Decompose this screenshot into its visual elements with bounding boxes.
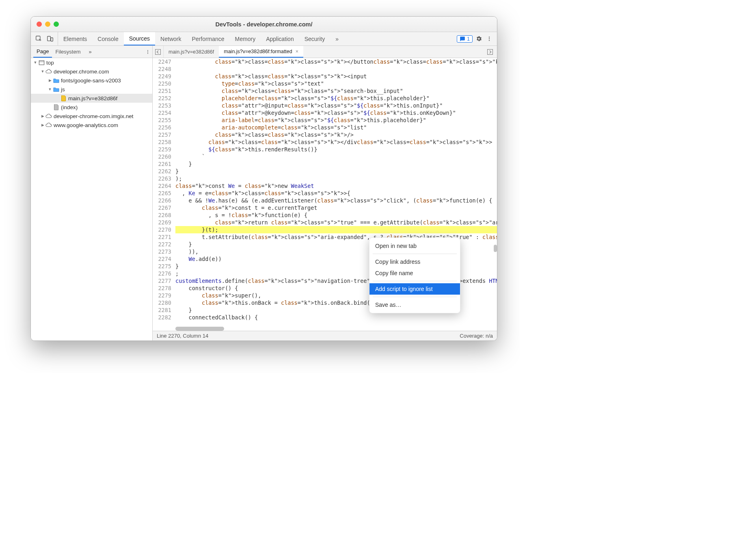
line-number[interactable]: 2267: [153, 204, 171, 211]
line-number[interactable]: 2248: [153, 65, 171, 73]
line-number[interactable]: 2250: [153, 80, 171, 87]
code-line[interactable]: }(t);: [175, 226, 497, 233]
navigator-more-button[interactable]: »: [86, 46, 95, 58]
code-line[interactable]: connectedCallback() {: [175, 314, 497, 321]
code-line[interactable]: aria-autocomplete=class="k">class="s">"l…: [175, 124, 497, 131]
code-line[interactable]: e && !We.has(e) && (e.addEventListener(c…: [175, 197, 497, 204]
context-menu-item[interactable]: Add script to ignore list: [369, 283, 460, 295]
chevron-down-icon[interactable]: ▼: [33, 60, 37, 65]
chevron-right-icon[interactable]: ▶: [41, 123, 45, 127]
kebab-menu-icon[interactable]: [485, 34, 494, 43]
code-line[interactable]: class="k">return class="k">class="s">"tr…: [175, 219, 497, 226]
code-line[interactable]: type=class="k">class="s">"text": [175, 80, 497, 87]
file-tab[interactable]: main.js?v=e382d86f: [164, 46, 219, 58]
line-number[interactable]: 2252: [153, 95, 171, 102]
tree-item[interactable]: ▶fonts/google-sans-v2003: [31, 76, 152, 85]
navigator-kebab-icon[interactable]: [143, 47, 152, 56]
editor-scrollbar-horizontal[interactable]: [175, 327, 492, 331]
line-number[interactable]: 2279: [153, 292, 171, 299]
code-line[interactable]: ${class="k">this.renderResults()}: [175, 146, 497, 153]
code-line[interactable]: placeholder=class="k">class="s">"${class…: [175, 95, 497, 102]
code-line[interactable]: aria-label=class="k">class="s">"${class=…: [175, 116, 497, 124]
file-tree[interactable]: ▼top▼developer.chrome.com▶fonts/google-s…: [31, 58, 153, 340]
code-line[interactable]: [175, 65, 497, 73]
tree-item[interactable]: ▼top: [31, 58, 152, 67]
line-number[interactable]: 2254: [153, 109, 171, 116]
code-line[interactable]: `: [175, 153, 497, 160]
settings-icon[interactable]: [474, 34, 483, 43]
line-number[interactable]: 2269: [153, 219, 171, 226]
show-debugger-icon[interactable]: [486, 47, 495, 56]
line-number[interactable]: 2270: [153, 226, 171, 233]
line-number[interactable]: 2257: [153, 131, 171, 138]
line-number[interactable]: 2256: [153, 124, 171, 131]
context-menu-item[interactable]: Open in new tab: [369, 240, 460, 252]
line-number[interactable]: 2282: [153, 314, 171, 321]
panel-tab-performance[interactable]: Performance: [186, 32, 229, 45]
panel-tab-elements[interactable]: Elements: [58, 32, 92, 45]
line-number[interactable]: 2268: [153, 211, 171, 219]
line-number[interactable]: 2273: [153, 248, 171, 255]
chevron-down-icon[interactable]: ▼: [41, 69, 45, 73]
code-line[interactable]: class="k">class=class="k">class="s">"k">…: [175, 58, 497, 65]
line-number[interactable]: 2263: [153, 175, 171, 182]
code-line[interactable]: , s = !class="k">function(e) {: [175, 211, 497, 219]
context-menu-item[interactable]: Copy link address: [369, 256, 460, 267]
context-menu[interactable]: Open in new tabCopy link addressCopy fil…: [369, 237, 460, 313]
line-number[interactable]: 2255: [153, 116, 171, 124]
inspect-element-icon[interactable]: [34, 34, 43, 43]
close-icon[interactable]: ×: [296, 49, 298, 54]
line-number[interactable]: 2264: [153, 182, 171, 190]
line-number[interactable]: 2277: [153, 277, 171, 284]
panel-tab-memory[interactable]: Memory: [230, 32, 261, 45]
panel-tab-sources[interactable]: Sources: [124, 32, 155, 45]
chevron-right-icon[interactable]: ▶: [41, 114, 45, 118]
panel-tab-console[interactable]: Console: [92, 32, 123, 45]
code-line[interactable]: class="k">const We = class="k">new WeakS…: [175, 182, 497, 190]
panel-tab-network[interactable]: Network: [155, 32, 186, 45]
more-tabs-button[interactable]: »: [330, 32, 344, 45]
code-line[interactable]: );: [175, 175, 497, 182]
line-number[interactable]: 2271: [153, 233, 171, 241]
line-number[interactable]: 2272: [153, 241, 171, 248]
panel-tab-application[interactable]: Application: [261, 32, 299, 45]
line-number[interactable]: 2276: [153, 270, 171, 277]
panel-tab-security[interactable]: Security: [299, 32, 330, 45]
navigator-tab-page[interactable]: Page: [33, 46, 52, 58]
line-number[interactable]: 2261: [153, 160, 171, 168]
line-number[interactable]: 2274: [153, 255, 171, 263]
line-number[interactable]: 2258: [153, 138, 171, 146]
tree-item[interactable]: (index): [31, 103, 152, 112]
line-number[interactable]: 2249: [153, 73, 171, 80]
nav-back-icon[interactable]: [153, 47, 162, 56]
code-line[interactable]: class="attr">@keydown=class="k">class="s…: [175, 109, 497, 116]
context-menu-item[interactable]: Copy file name: [369, 267, 460, 279]
line-number[interactable]: 2259: [153, 146, 171, 153]
code-line[interactable]: class="k">class=class="k">class="s">"k">…: [175, 73, 497, 80]
code-line[interactable]: class="attr">@input=class="k">class="s">…: [175, 102, 497, 109]
context-menu-item[interactable]: Save as…: [369, 299, 460, 310]
line-number[interactable]: 2262: [153, 168, 171, 175]
line-number[interactable]: 2281: [153, 306, 171, 314]
line-number[interactable]: 2253: [153, 102, 171, 109]
file-tab[interactable]: main.js?v=e382d86f:formatted×: [219, 46, 303, 58]
tree-item[interactable]: ▼js: [31, 85, 152, 94]
line-number[interactable]: 2275: [153, 263, 171, 270]
device-toolbar-icon[interactable]: [45, 34, 54, 43]
code-line[interactable]: }: [175, 168, 497, 175]
code-line[interactable]: class="k">class=class="k">class="s">"k">…: [175, 131, 497, 138]
line-number[interactable]: 2278: [153, 284, 171, 292]
tree-item[interactable]: ▼developer.chrome.com: [31, 67, 152, 76]
line-number[interactable]: 2265: [153, 190, 171, 197]
editor-scrollbar-vertical[interactable]: [493, 58, 497, 331]
tree-item[interactable]: ▶www.google-analytics.com: [31, 121, 152, 129]
chevron-down-icon[interactable]: ▼: [48, 87, 52, 91]
issues-badge[interactable]: 1: [457, 35, 473, 43]
line-number[interactable]: 2247: [153, 58, 171, 65]
navigator-tab-filesystem[interactable]: Filesystem: [52, 46, 84, 58]
line-number[interactable]: 2266: [153, 197, 171, 204]
line-number[interactable]: 2280: [153, 299, 171, 306]
chevron-right-icon[interactable]: ▶: [48, 78, 52, 82]
line-number[interactable]: 2260: [153, 153, 171, 160]
code-line[interactable]: class="k">class=class="k">class="s">"sea…: [175, 87, 497, 95]
